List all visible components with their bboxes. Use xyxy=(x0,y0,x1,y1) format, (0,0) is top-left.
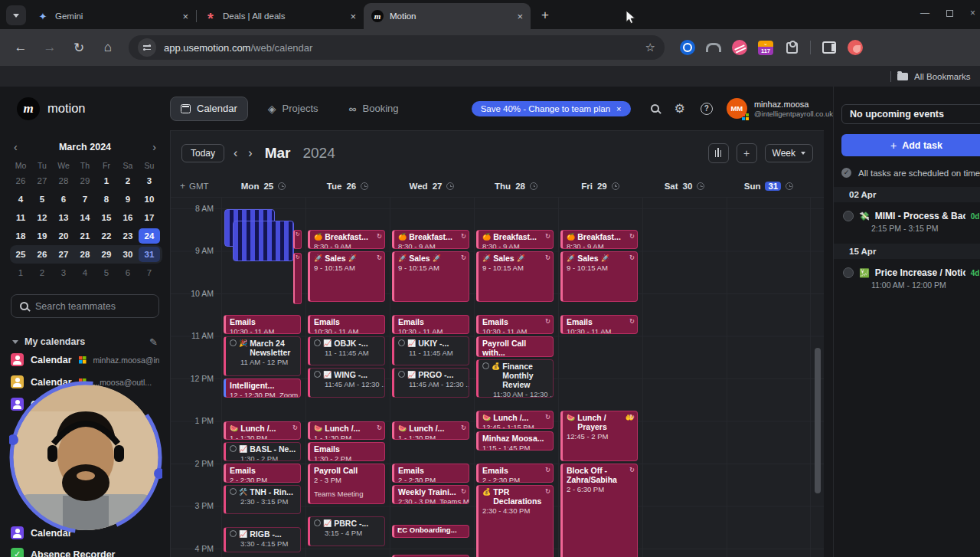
tab-search-button[interactable] xyxy=(6,5,26,25)
tab-booking[interactable]: Booking xyxy=(338,97,410,121)
task-event[interactable]: 💰Finance Monthly Review11:30 AM - 12:30 … xyxy=(476,359,554,398)
mini-calendar-day[interactable]: 20 xyxy=(53,228,74,244)
help-icon[interactable]: ? xyxy=(701,103,713,115)
meeting-event[interactable]: Emails2 - 2:30 PM xyxy=(476,464,554,483)
meeting-event[interactable]: 🍉Lunch /...12:45 - 1:15 PM xyxy=(476,411,554,430)
mini-calendar-day[interactable]: 24 xyxy=(139,228,160,244)
mini-calendar-day[interactable]: 28 xyxy=(74,247,96,262)
mini-calendar-day[interactable]: 6 xyxy=(53,192,74,207)
forward-button[interactable] xyxy=(37,34,63,61)
meeting-event[interactable]: Emails2 - 2:30 PM xyxy=(392,464,469,483)
add-timezone-icon[interactable]: + xyxy=(180,181,185,192)
meeting-event[interactable]: Emails10:30 - 11 AM xyxy=(476,315,554,334)
task-event[interactable]: 📈RIGB -...3:30 - 4:15 PM xyxy=(224,527,301,552)
mini-calendar-day[interactable]: 29 xyxy=(74,173,96,188)
compressed-event[interactable] xyxy=(293,230,302,249)
mini-calendar-day[interactable]: 4 xyxy=(74,265,96,280)
mini-calendar-day[interactable]: 7 xyxy=(139,265,160,280)
meeting-event[interactable]: EC Onboarding... xyxy=(392,525,469,537)
task-checkbox[interactable] xyxy=(843,267,854,278)
meeting-event[interactable]: 🍊Breakfast...8:30 - 9 AM xyxy=(392,230,469,249)
tab-projects[interactable]: Projects xyxy=(257,97,329,121)
mini-calendar-day[interactable]: 29 xyxy=(96,247,117,262)
mini-calendar-day[interactable]: 4 xyxy=(10,192,31,207)
mini-calendar-day[interactable]: 5 xyxy=(96,265,117,280)
meeting-event[interactable]: 🚀Sales🚀9 - 10:15 AM xyxy=(476,251,554,302)
day-header[interactable]: Mon25 xyxy=(221,182,305,191)
next-week-icon[interactable]: › xyxy=(247,146,253,160)
mini-calendar-day[interactable]: 1 xyxy=(10,265,31,280)
mini-calendar-day[interactable]: 9 xyxy=(117,192,139,207)
task-event[interactable]: 📈OBJK -...11 - 11:45 AM xyxy=(308,336,385,366)
address-bar[interactable]: app.usemotion.com/web/calendar xyxy=(129,35,665,60)
task-event[interactable]: 📈PBRC -...3:15 - 4 PM xyxy=(308,516,385,546)
back-button[interactable] xyxy=(8,34,34,61)
mini-calendar-day[interactable]: 5 xyxy=(31,192,53,207)
upgrade-banner[interactable]: Save 40% - Change to team plan× xyxy=(472,101,631,116)
day-header[interactable]: Fri29 xyxy=(558,182,642,191)
maximize-button[interactable] xyxy=(946,10,953,17)
mini-calendar-day[interactable]: 27 xyxy=(53,247,74,262)
day-header[interactable]: Wed27 xyxy=(390,182,474,191)
view-selector[interactable]: Week xyxy=(765,144,813,162)
task-row[interactable]: 💹 Price Increase / Notic... 4d 11:00 AM … xyxy=(841,262,980,291)
mini-calendar-day[interactable]: 13 xyxy=(53,210,74,225)
task-event[interactable]: 📈PRGO -...11:45 AM - 12:30 ... xyxy=(392,368,469,398)
user-block[interactable]: MM minhaz.moosa @intelligentpayroll.co.u… xyxy=(727,98,833,119)
mini-calendar-day[interactable]: 7 xyxy=(74,192,96,207)
meeting-event[interactable]: 🍊Breakfast...8:30 - 9 AM xyxy=(560,230,638,249)
new-tab-button[interactable]: + xyxy=(535,5,555,25)
mini-calendar-day[interactable]: 17 xyxy=(139,210,160,225)
close-icon[interactable]: × xyxy=(616,104,621,113)
meeting-event[interactable]: Block Off - Zahra/Sabiha2 - 6:30 PM xyxy=(560,464,638,557)
mini-calendar-day[interactable]: 15 xyxy=(96,210,117,225)
mini-calendar-day[interactable]: 28 xyxy=(53,173,74,188)
compressed-event[interactable] xyxy=(293,253,302,303)
today-button[interactable]: Today xyxy=(181,144,224,162)
browser-profile-avatar[interactable] xyxy=(848,40,863,55)
mini-calendar-day[interactable]: 23 xyxy=(117,228,139,244)
mini-calendar-day[interactable]: 31 xyxy=(139,247,160,262)
mini-calendar-day[interactable]: 21 xyxy=(74,228,96,244)
day-header[interactable]: Sun31 xyxy=(727,182,811,191)
mini-calendar-day[interactable]: 6 xyxy=(117,265,139,280)
minimize-button[interactable]: — xyxy=(920,8,929,18)
mini-calendar-day[interactable]: 19 xyxy=(31,228,53,244)
arc-extension-icon[interactable] xyxy=(706,44,721,51)
meeting-event[interactable]: Weekly Traini...2:30 - 3 PM, Teams Mee xyxy=(392,485,469,504)
meeting-event[interactable]: Emails1:30 - 2 PM xyxy=(308,442,385,461)
calendar-list-item[interactable]: Absence Recorder xyxy=(0,543,170,557)
add-event-button[interactable]: + xyxy=(737,143,757,163)
task-event[interactable]: 📈UKIY -...11 - 11:45 AM xyxy=(392,336,469,366)
day-header[interactable]: Tue26 xyxy=(305,182,390,191)
browser-tab-motion[interactable]: Motion × xyxy=(364,3,531,29)
meeting-event[interactable]: Intelligent...12 - 12:30 PM, Zoom xyxy=(224,378,301,398)
close-window-button[interactable]: × xyxy=(970,8,975,18)
task-row[interactable]: 💸 MIMI - Process & Bac... 0d 2:15 PM - 3… xyxy=(841,205,980,234)
deals-badge-icon[interactable]: ⌄117 xyxy=(758,41,773,55)
meeting-event[interactable]: Payroll Call2 - 3 PMTeams Meeting xyxy=(308,464,385,504)
meeting-event[interactable]: 🍉Lunch / Prayers🤲12:45 - 2 PM xyxy=(560,411,638,461)
task-checkbox[interactable] xyxy=(843,211,854,221)
mini-calendar-day[interactable]: 22 xyxy=(96,228,117,244)
mini-calendar-day[interactable]: 26 xyxy=(10,173,31,188)
meeting-event[interactable]: 🍊Breakfast...8:30 - 9 AM xyxy=(476,230,554,249)
meeting-event[interactable]: 💰TPR Declarations2:30 - 4:30 PM xyxy=(476,485,554,557)
scheduled-block[interactable] xyxy=(233,221,294,262)
meeting-event[interactable]: 🍉Lunch /...1 - 1:30 PM xyxy=(308,421,385,441)
meeting-event[interactable]: 🚀Sales🚀9 - 10:15 AM xyxy=(392,251,469,302)
mini-calendar-day[interactable]: 26 xyxy=(31,247,53,262)
meeting-event[interactable]: 🚀Sales🚀9 - 10:15 AM xyxy=(308,251,385,302)
task-event[interactable]: 🛠️TNH - Rin...2:30 - 3:15 PM xyxy=(224,485,301,515)
meeting-event[interactable]: Emails10:30 - 11 AM xyxy=(560,315,638,334)
timezone-cell[interactable]: +GMT xyxy=(171,181,221,192)
day-header[interactable]: Sat30 xyxy=(642,182,727,191)
close-tab-icon[interactable]: × xyxy=(182,11,188,22)
mini-calendar-day[interactable]: 10 xyxy=(139,192,160,207)
side-panel-icon[interactable] xyxy=(822,40,837,55)
next-month-icon[interactable]: › xyxy=(152,141,156,153)
reload-button[interactable] xyxy=(66,34,92,61)
mini-calendar-day[interactable]: 14 xyxy=(74,210,96,225)
day-header[interactable]: Thu28 xyxy=(474,182,558,191)
browser-tab-gemini[interactable]: Gemini × xyxy=(29,3,196,29)
